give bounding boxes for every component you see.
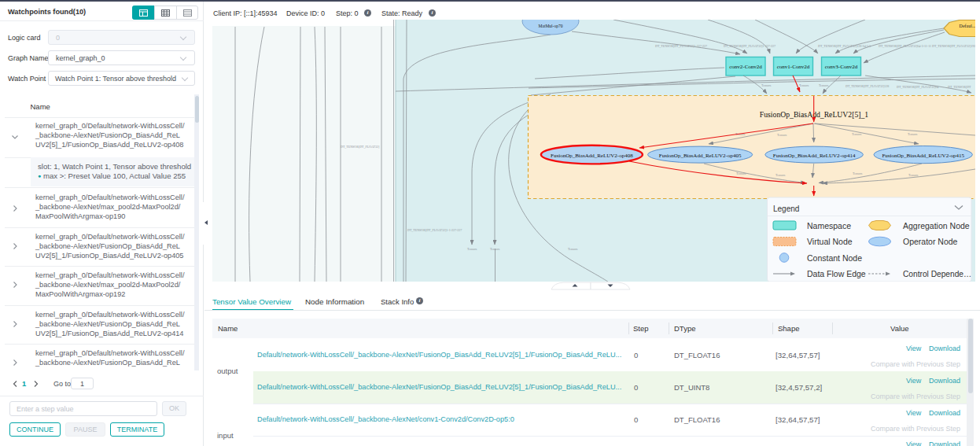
svg-text:Legend: Legend [773, 205, 799, 213]
svg-text:Tensors: Tensors [776, 173, 786, 177]
svg-text:DT_TENSOR[DT_FLOAT32]1-227-227: DT_TENSOR[DT_FLOAT32]1-227-227 [655, 44, 707, 48]
svg-text:Tensors: Tensors [908, 132, 918, 136]
svg-text:Operator Node: Operator Node [903, 237, 958, 246]
svg-text:conv1-Conv2d: conv1-Conv2d [777, 64, 810, 70]
svg-text:Tensors: Tensors [736, 171, 746, 175]
svg-text:DT_TENSOR[DT_FLOAT32]1-227-227: DT_TENSOR[DT_FLOAT32]1-227-227 [724, 44, 776, 48]
svg-text:Virtual Node: Virtual Node [807, 237, 853, 246]
svg-text:MatMul-op70: MatMul-op70 [539, 24, 563, 28]
svg-text:conv2-Conv2d: conv2-Conv2d [729, 64, 762, 70]
svg-text:Tensors: Tensors [799, 83, 809, 87]
svg-text:DT_TENSOR[DT_FLOAT32]128: DT_TENSOR[DT_FLOAT32]128 [846, 84, 889, 88]
svg-text:FusionOp_BiasAdd_ReLUV2-op414: FusionOp_BiasAdd_ReLUV2-op414 [773, 153, 856, 159]
svg-text:FusionOp_BiasAdd_ReLUV2-op408: FusionOp_BiasAdd_ReLUV2-op408 [551, 153, 633, 159]
svg-text:FusionOp_BiasAdd_ReLUV2-op415: FusionOp_BiasAdd_ReLUV2-op415 [882, 153, 964, 159]
svg-text:Tensors: Tensors [852, 132, 862, 136]
svg-text:conv3-Conv2d: conv3-Conv2d [825, 64, 858, 70]
svg-text:Aggregation Node: Aggregation Node [903, 221, 970, 230]
svg-text:Tensors: Tensors [568, 247, 578, 251]
svg-text:DT_TENSOR[DT_FLOAT32]128-64-5-: DT_TENSOR[DT_FLOAT32]128-64-5-5 [818, 44, 871, 48]
svg-text:DT_TENSOR[DT_FLOAT32]192: DT_TENSOR[DT_FLOAT32]192 [932, 44, 975, 48]
svg-text:Tensors: Tensors [908, 173, 919, 177]
svg-text:Constant Node: Constant Node [807, 253, 862, 263]
svg-text:Defaul...: Defaul... [960, 24, 976, 28]
svg-text:Tensors: Tensors [853, 171, 863, 175]
svg-text:Tensors: Tensors [777, 133, 787, 137]
svg-text:Tensors: Tensors [761, 83, 772, 87]
svg-text:DT_TENSOR[DT_FLOAT32]1-1-227-2: DT_TENSOR[DT_FLOAT32]1-1-227-227 [407, 228, 462, 232]
svg-text:Tensors: Tensors [819, 83, 829, 87]
svg-text:Namespace: Namespace [807, 221, 851, 230]
svg-text:Control Depende…: Control Depende… [903, 270, 971, 278]
svg-text:DT_TENSOR[DT: DT_TENSOR[DT [948, 85, 971, 89]
svg-text:Tensors: Tensors [467, 247, 477, 251]
svg-text:Data Flow Edge: Data Flow Edge [807, 269, 866, 278]
svg-text:DT_TENSOR[DT_FLOAT32]: DT_TENSOR[DT_FLOAT32] [341, 145, 380, 149]
svg-text:FusionOp_BiasAdd_ReLUV2-op405: FusionOp_BiasAdd_ReLUV2-op405 [659, 153, 742, 159]
svg-text:Tensors: Tensors [490, 247, 500, 251]
